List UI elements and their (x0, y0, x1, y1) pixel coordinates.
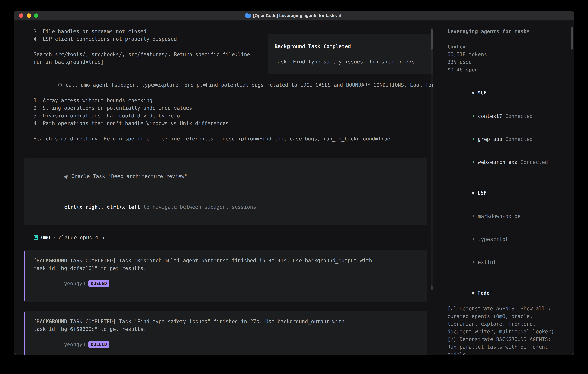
oracle-hint-row: ctrl+x right, ctrl+x left to navigate be… (33, 196, 418, 218)
zoom-button[interactable] (34, 13, 39, 18)
mcp-section-heading[interactable]: ▼MCP (447, 81, 574, 105)
terminal-line: 4. Path operations that don't handle Win… (24, 120, 427, 127)
terminal-line: 1. Array access without bounds checking (24, 97, 427, 104)
agent-name: OmO (41, 235, 50, 240)
app-folder-icon (245, 14, 251, 18)
terminal-line: 3. Division operations that could divide… (24, 112, 427, 120)
todo-item: [✓]Demonstrate BACKGROUND AGENTS: Run pa… (447, 335, 562, 355)
terminal-line: Search src/ directory. Return specific f… (24, 135, 427, 143)
todo-section-heading[interactable]: ▼Todo (447, 281, 574, 305)
mcp-item: •grep_appConnected (447, 128, 574, 151)
status-badge: QUEUED (88, 341, 109, 348)
collapse-triangle-icon: ▼ (472, 91, 474, 95)
main-scrollbar-thumb[interactable] (430, 29, 433, 50)
status-bullet-icon: • (472, 136, 475, 142)
separator-dot: · (53, 235, 56, 240)
oracle-hint-keys: ctrl+x right, ctrl+x left (64, 204, 140, 210)
status-badge: QUEUED (88, 280, 109, 287)
context-heading: Context (447, 43, 574, 51)
message-text-line: [BACKGROUND TASK COMPLETED] Task "Find t… (33, 318, 418, 325)
toast-body: Task "Find type safety issues" finished … (275, 58, 426, 66)
close-button[interactable] (19, 13, 23, 18)
mcp-server-name: context7 (478, 113, 502, 119)
message-meta-row: yeongyuQUEUED (33, 333, 418, 355)
todo-item: [✓]Demonstrate AGENTS: Show all 7 curate… (447, 305, 562, 335)
oracle-task-title: Oracle Task "Deep architecture review" (72, 173, 187, 179)
lsp-server-name: markdown-oxide (478, 213, 521, 219)
message-text-line: task_id="bg_6f59260c" to get results. (33, 325, 418, 333)
context-spent: $0.46 spent (447, 66, 574, 74)
mcp-item: •websearch_exaConnected (447, 151, 574, 174)
mcp-server-status: Connected (521, 159, 548, 165)
message-meta-row: yeongyuQUEUED (33, 272, 418, 295)
moon-icon: ◐ (339, 13, 343, 18)
background-task-message: [BACKGROUND TASK COMPLETED] Task "Find t… (24, 311, 427, 355)
window-title-group: [OpenCode] Leveraging agents for tasks ◐ (245, 13, 343, 18)
mcp-item: •context7Connected (447, 105, 574, 128)
lsp-item: •markdown-oxide (447, 205, 574, 228)
traffic-lights (19, 13, 39, 18)
window-title: [OpenCode] Leveraging agents for tasks (253, 13, 337, 18)
terminal-line-blank (24, 127, 427, 135)
sidebar: Leveraging agents for tasks Context 66,5… (441, 21, 574, 355)
gear-icon: ⚙ (58, 82, 63, 88)
mcp-server-name: grep_app (478, 136, 502, 142)
mcp-heading-label: MCP (477, 90, 487, 96)
sidebar-gap (447, 74, 574, 81)
todo-text: Demonstrate AGENTS: Show all 7 curated a… (447, 306, 554, 334)
collapse-triangle-icon: ▼ (472, 191, 474, 195)
fisheye-icon: ◉ (64, 173, 69, 179)
lsp-item: •eslint (447, 251, 574, 274)
status-bullet-icon: • (472, 159, 475, 165)
main-scrollbar[interactable] (430, 28, 433, 291)
window-content: 3. File handles or streams not closed 4.… (14, 21, 574, 355)
terminal-line: 2. String operations on potentially unde… (24, 104, 427, 112)
tool-call-text: call_omo_agent [subagent_type=explore, p… (65, 82, 434, 88)
message-text-line: task_id="bg_dcfac161" to get results. (33, 265, 418, 272)
agent-square-icon (33, 235, 38, 240)
terminal-pane: 3. File handles or streams not closed 4.… (14, 21, 441, 355)
toast-title: Background Task Completed (275, 43, 426, 50)
oracle-task-panel: ◉Oracle Task "Deep architecture review" … (24, 158, 427, 225)
sidebar-scrollbar-thumb[interactable] (571, 27, 573, 50)
status-bullet-icon: • (472, 113, 475, 119)
agent-header: OmO·claude-opus-4-5 (24, 234, 427, 241)
oracle-blank-row (33, 188, 418, 196)
context-tokens: 66,518 tokens (447, 51, 574, 58)
minimize-button[interactable] (27, 13, 31, 18)
context-used: 33% used (447, 58, 574, 66)
tool-call-line: ⚙call_omo_agent [subagent_type=explore, … (24, 74, 427, 97)
lsp-item: •typescript (447, 228, 574, 251)
sidebar-gap (447, 174, 574, 181)
lsp-section-heading[interactable]: ▼LSP (447, 181, 574, 205)
oracle-task-title-row: ◉Oracle Task "Deep architecture review" (33, 165, 418, 188)
mcp-server-status: Connected (505, 136, 533, 142)
bullet-icon: • (472, 259, 475, 265)
mcp-server-name: websearch_exa (478, 159, 517, 165)
background-task-toast: Background Task Completed Task "Find typ… (268, 34, 433, 74)
todo-checkbox: [✓] (447, 336, 456, 342)
window-titlebar[interactable]: [OpenCode] Leveraging agents for tasks ◐ (14, 11, 574, 21)
app-window: [OpenCode] Leveraging agents for tasks ◐… (14, 10, 574, 355)
oracle-hint-text: to navigate between subagent sessions (140, 204, 256, 210)
bullet-icon: • (472, 236, 475, 242)
mcp-server-status: Connected (505, 113, 533, 119)
bullet-icon: • (472, 213, 475, 219)
lsp-server-name: eslint (478, 259, 496, 265)
message-author: yeongyu (64, 281, 85, 287)
todo-text: Demonstrate BACKGROUND AGENTS: Run paral… (447, 336, 551, 355)
agent-model: claude-opus-4-5 (58, 235, 104, 240)
lsp-server-name: typescript (478, 236, 508, 242)
background-task-message: [BACKGROUND TASK COMPLETED] Task "Resear… (24, 250, 427, 302)
message-text-line: [BACKGROUND TASK COMPLETED] Task "Resear… (33, 257, 418, 265)
todo-checkbox: [✓] (447, 306, 456, 312)
sidebar-gap (447, 35, 574, 43)
message-author: yeongyu (64, 342, 85, 347)
sidebar-gap (447, 274, 574, 281)
todo-heading-label: Todo (477, 290, 490, 296)
session-title: Leveraging agents for tasks (447, 28, 574, 35)
collapse-triangle-icon: ▼ (472, 291, 474, 295)
main-scrollbar-thumb-bottom[interactable] (430, 285, 433, 291)
lsp-heading-label: LSP (477, 190, 487, 196)
